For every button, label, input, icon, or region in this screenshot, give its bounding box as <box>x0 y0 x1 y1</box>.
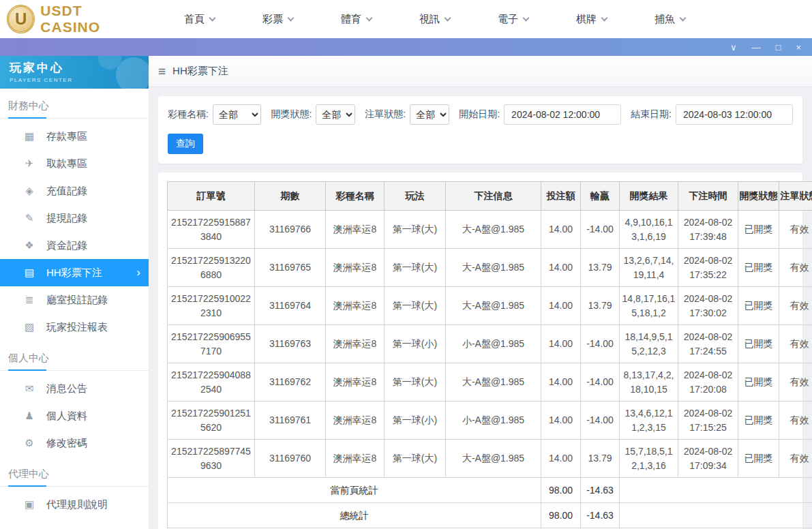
lottery-name-select[interactable]: 全部 <box>213 104 262 125</box>
table-cell: 2152172259012515620 <box>168 402 255 440</box>
table-cell: 2152172259069557170 <box>168 325 255 363</box>
table-cell: 2024-08-02 17:24:55 <box>678 325 738 363</box>
table-cell: 14.00 <box>541 325 581 363</box>
table-cell: -14.00 <box>581 325 620 363</box>
sidebar-item-label: 取款專區 <box>46 157 87 170</box>
table-cell: 第一球(小) <box>385 402 446 440</box>
draw-status-label: 開獎狀態: <box>271 108 312 121</box>
table-cell: 小-A盤@1.985 <box>446 402 541 440</box>
send-icon: ✈ <box>23 157 35 170</box>
nav-item-3[interactable]: 視訊 <box>419 13 450 26</box>
sidebar-item-change-password[interactable]: ⚙修改密碼› <box>0 429 149 457</box>
site-logo: U USDT CASINO <box>0 3 151 35</box>
table-cell: 澳洲幸运8 <box>326 211 385 249</box>
sidebar-item-player-bet-report[interactable]: ▧玩家投注報表› <box>0 314 149 341</box>
order-status-label: 注單狀態: <box>365 108 406 121</box>
end-date-input[interactable] <box>676 104 793 125</box>
column-header: 下注信息 <box>446 182 541 211</box>
table-cell: 澳洲幸运8 <box>326 287 385 325</box>
nav-item-4[interactable]: 電子 <box>498 13 528 26</box>
nav-item-1[interactable]: 彩票 <box>262 13 293 26</box>
table-cell: 有效 <box>779 249 812 287</box>
table-cell: 2024-08-02 17:15:25 <box>678 402 738 440</box>
table-cell: 2152172258977459630 <box>168 440 255 478</box>
menu-toggle-icon[interactable]: ≡ <box>158 64 166 79</box>
start-date-input[interactable] <box>504 104 621 125</box>
sidebar-item-room-bet-records[interactable]: ≣廳室投註記錄› <box>0 286 149 314</box>
bell-icon: ✉ <box>23 382 35 395</box>
table-cell: 2024-08-02 17:30:02 <box>678 287 738 325</box>
column-header: 輸贏 <box>581 182 620 211</box>
sidebar-item-hh-lottery-bets[interactable]: ▤HH彩票下注› <box>0 259 149 286</box>
sidebar-section-label: 財務中心 <box>0 89 149 119</box>
sidebar-item-recharge-records[interactable]: ◈充值記錄› <box>0 177 149 205</box>
table-cell: 14.00 <box>541 402 581 440</box>
nav-item-label: 棋牌 <box>576 13 597 26</box>
table-cell: 14.00 <box>541 287 581 325</box>
table-cell: 18,14,9,5,15,2,12,3 <box>620 325 678 363</box>
logo-text: USDT CASINO <box>40 3 145 35</box>
table-cell: 第一球(小) <box>385 325 446 363</box>
table-cell: 已開獎 <box>738 440 779 478</box>
table-cell: 有效 <box>779 325 812 363</box>
table-cell: 已開獎 <box>738 287 779 325</box>
column-header: 投注額 <box>541 182 581 211</box>
close-icon[interactable]: × <box>796 43 801 52</box>
sidebar-item-fund-records[interactable]: ❖資金記錄› <box>0 232 149 259</box>
table-row: 215217225906955717031169763澳洲幸运8第一球(小)小-… <box>168 325 812 363</box>
table-row: 215217225910022231031169764澳洲幸运8第一球(大)大-… <box>168 287 812 325</box>
sidebar-item-profile[interactable]: ♟個人資料› <box>0 402 149 429</box>
sidebar-item-withdraw-zone[interactable]: ✈取款專區› <box>0 150 149 177</box>
column-header: 開獎狀態 <box>738 182 779 211</box>
chevron-down-icon[interactable]: ∨ <box>730 43 737 52</box>
sidebar-item-label: 代理規則說明 <box>46 498 108 511</box>
sidebar-item-label: 消息公告 <box>46 382 87 395</box>
maximize-icon[interactable]: □ <box>776 43 781 52</box>
minimize-icon[interactable]: — <box>752 43 761 52</box>
table-cell: 有效 <box>779 287 812 325</box>
chevron-down-icon <box>523 14 530 21</box>
room-records-icon: ≣ <box>23 294 35 306</box>
players-center-header: 玩家中心 PLAYERS CENTER <box>0 56 149 89</box>
sidebar-item-deposit-zone[interactable]: ▦存款專區› <box>0 123 149 150</box>
table-cell: 澳洲幸运8 <box>326 440 385 478</box>
nav-item-label: 視訊 <box>419 13 440 26</box>
sidebar-section-label: 個人中心 <box>0 341 149 371</box>
column-header: 開獎結果 <box>620 182 678 211</box>
nav-item-6[interactable]: 捕魚 <box>655 13 685 26</box>
chevron-down-icon <box>445 14 451 21</box>
table-cell: 2024-08-02 17:20:08 <box>678 363 738 402</box>
table-cell: 第一球(大) <box>385 249 446 287</box>
table-row: 215217225915887384031169766澳洲幸运8第一球(大)大-… <box>168 211 812 249</box>
table-cell: 第一球(大) <box>385 211 446 249</box>
sidebar-section-label: 代理中心 <box>0 457 149 487</box>
table-cell: 澳洲幸运8 <box>326 249 385 287</box>
table-cell: 13.79 <box>581 440 620 478</box>
nav-item-5[interactable]: 棋牌 <box>576 13 607 26</box>
report-icon: ▧ <box>23 321 35 333</box>
search-button[interactable]: 查詢 <box>168 134 203 154</box>
table-cell: 已開獎 <box>738 363 779 402</box>
page-header: ≡ HH彩票下注 <box>149 56 812 87</box>
sidebar-item-withdraw-records[interactable]: ✎提現記錄› <box>0 205 149 232</box>
lottery-icon: ▤ <box>23 267 35 279</box>
nav-item-label: 體育 <box>341 13 361 26</box>
withdraw-record-icon: ✎ <box>23 212 35 224</box>
summary-winloss-total: -14.63 <box>581 478 620 503</box>
column-header: 下注時間 <box>678 182 738 211</box>
chevron-down-icon <box>680 14 687 21</box>
draw-status-select[interactable]: 全部 <box>316 104 355 125</box>
table-cell: 有效 <box>779 402 812 440</box>
table-cell: 2152172259100222310 <box>168 287 255 325</box>
order-status-select[interactable]: 全部 <box>410 104 449 125</box>
table-row: 215217225901251562031169761澳洲幸运8第一球(小)小-… <box>168 402 812 440</box>
table-row: 215217225904088254031169762澳洲幸运8第一球(大)大-… <box>168 363 812 402</box>
nav-item-0[interactable]: 首頁 <box>184 13 215 26</box>
sidebar-item-announcements[interactable]: ✉消息公告› <box>0 375 149 402</box>
sidebar-item-agent-rules[interactable]: ▣代理規則說明› <box>0 491 149 518</box>
nav-item-label: 首頁 <box>184 13 205 26</box>
nav-item-2[interactable]: 體育 <box>341 13 372 26</box>
table-cell: 澳洲幸运8 <box>326 325 385 363</box>
table-cell: 14.00 <box>541 249 581 287</box>
table-cell: 13.79 <box>581 287 620 325</box>
